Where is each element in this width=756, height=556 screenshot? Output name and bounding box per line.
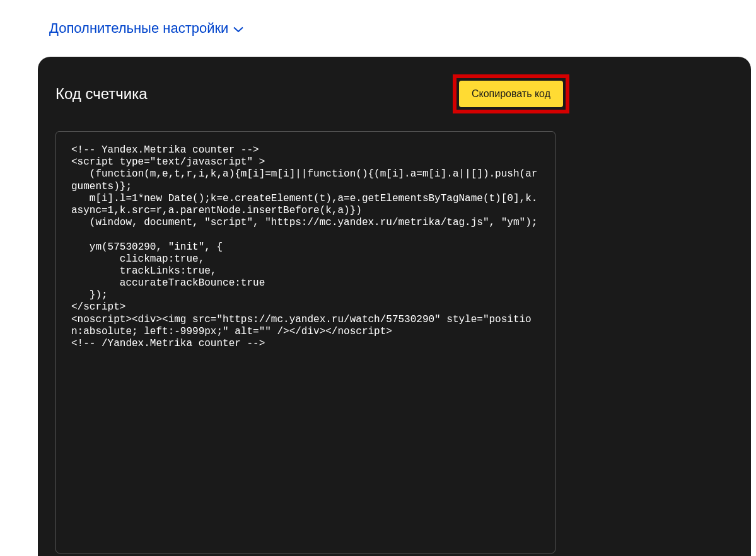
copy-button-highlight: Скопировать код [453, 74, 569, 113]
additional-settings-toggle[interactable]: Дополнительные настройки [0, 0, 756, 57]
code-box[interactable]: <!-- Yandex.Metrika counter --> <script … [55, 131, 555, 553]
code-header: Код счетчика Скопировать код [55, 74, 733, 113]
code-panel-title: Код счетчика [55, 85, 148, 103]
counter-code-content: <!-- Yandex.Metrika counter --> <script … [71, 144, 542, 350]
copy-code-button[interactable]: Скопировать код [459, 81, 563, 107]
chevron-down-icon [233, 20, 243, 37]
code-panel: Код счетчика Скопировать код <!-- Yandex… [38, 57, 751, 556]
additional-settings-label: Дополнительные настройки [49, 20, 228, 37]
